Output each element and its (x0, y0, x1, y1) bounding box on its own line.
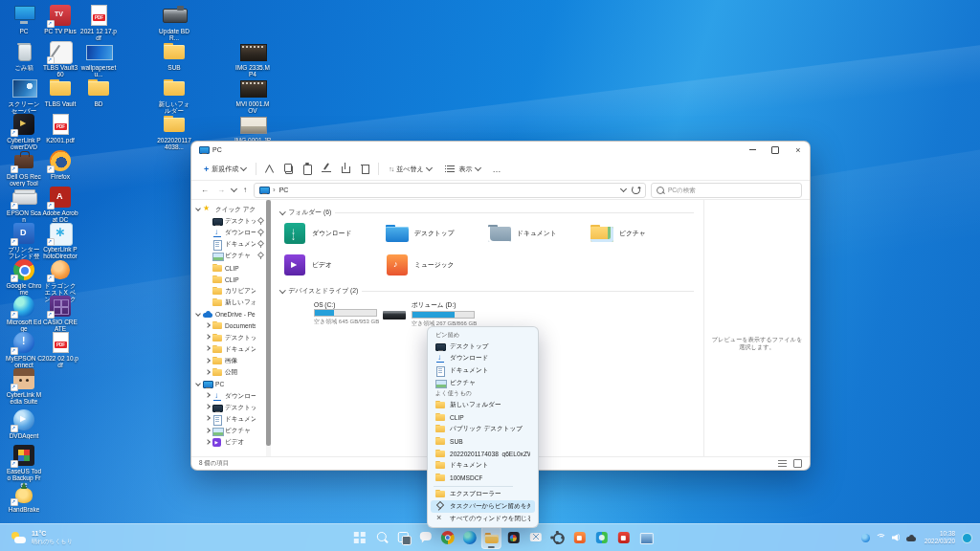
desktop-icon[interactable]: 2021 12 17.pdf (80, 4, 117, 41)
expand-chevron-icon[interactable] (205, 404, 211, 409)
minimize-button[interactable] (741, 142, 764, 158)
notification-badge[interactable] (962, 533, 972, 543)
sidebar-item[interactable]: カリビアンコム (194, 285, 265, 297)
jumplist-item-sub[interactable]: SUB (431, 435, 535, 448)
sidebar-item[interactable]: ダウンロード (194, 227, 265, 238)
expand-chevron-icon[interactable] (205, 416, 211, 422)
jumplist-item-documents[interactable]: ドキュメント (431, 364, 535, 377)
taskbar-clock[interactable]: 10:38 2022/03/20 (924, 530, 955, 545)
folders-section-header[interactable]: フォルダー (6) (280, 208, 700, 217)
jumplist-item-new-folder[interactable]: 新しいフォルダー (431, 399, 535, 411)
jumplist-item-100msdcf[interactable]: 100MSDCF (431, 472, 535, 484)
sidebar-item[interactable]: PC (194, 379, 265, 390)
start-button[interactable] (349, 526, 369, 549)
sidebar-item[interactable]: デスクトップ (194, 402, 265, 413)
sidebar-item[interactable]: CLIP (194, 262, 265, 274)
sidebar-item[interactable]: ドキュメント (194, 413, 265, 425)
desktop-icon[interactable]: Firefox (42, 149, 78, 180)
mail-button[interactable] (525, 526, 546, 549)
search-input[interactable] (668, 187, 796, 193)
sidebar-item[interactable]: ドキュメント (194, 343, 265, 355)
drive-tile[interactable]: OS (C:) 空き領域 645 GB/953 GB (282, 301, 378, 328)
running-app-thumbnail-button[interactable] (635, 526, 656, 549)
sort-button[interactable]: ↑↓ 並べ替え (386, 163, 434, 176)
jumplist-separator[interactable] (431, 484, 535, 489)
jumplist-item-desktop[interactable]: デスクトップ (431, 341, 535, 353)
edge-button[interactable] (459, 526, 479, 549)
desktop-icon[interactable]: EPSON Scan (6, 186, 42, 223)
desktop-icon[interactable]: TLBS Vault (42, 77, 78, 107)
sidebar-item[interactable]: デスクトップ (194, 215, 265, 227)
sidebar-item[interactable]: ピクチャ (194, 426, 265, 437)
pinned-app-orange-button[interactable] (569, 526, 590, 549)
rename-icon[interactable] (321, 163, 333, 175)
delete-icon[interactable] (359, 163, 371, 175)
desktop-icon[interactable]: Google Chrome (6, 258, 42, 296)
desktop-icon[interactable]: Adobe Acrobat DC (42, 186, 78, 223)
sidebar-item[interactable]: ドキュメント (194, 239, 265, 251)
expand-chevron-icon[interactable] (205, 334, 211, 340)
desktop-icon[interactable]: HandBrake (6, 482, 42, 513)
desktop-icon[interactable]: PC (6, 4, 42, 34)
large-icons-view-icon[interactable] (793, 459, 802, 468)
expand-chevron-icon[interactable] (205, 392, 211, 398)
address-breadcrumb[interactable]: › PC (254, 183, 646, 198)
sidebar-item[interactable]: 公開 (194, 367, 265, 379)
back-button[interactable]: ← (199, 186, 211, 194)
desktop-icon[interactable]: MVI 0001.MOV (234, 77, 271, 114)
sidebar-item[interactable]: OneDrive - Perso (194, 309, 265, 320)
photos-button[interactable] (503, 526, 523, 549)
collapse-chevron-icon[interactable] (279, 209, 285, 214)
desktop-icon[interactable]: CASIO CREATE (42, 295, 78, 332)
breadcrumb-location[interactable]: PC (279, 187, 289, 193)
desktop-icon[interactable]: wallpapersetu... (80, 40, 117, 77)
desktop-icon[interactable]: DVDAgent (6, 408, 42, 439)
up-button[interactable]: ↑ (241, 186, 249, 194)
refresh-icon[interactable] (632, 186, 640, 194)
jumplist-header-pinned[interactable]: ピン留め (431, 330, 535, 341)
desktop-icon[interactable]: 新しいフォルダー (156, 77, 192, 114)
jumplist-item-clip[interactable]: CLIP (431, 411, 535, 424)
collapse-chevron-icon[interactable] (279, 287, 285, 293)
jumplist-item-pictures[interactable]: ピクチャ (431, 377, 535, 389)
folder-tile[interactable]: ダウンロード (282, 222, 381, 245)
desktop-icon[interactable]: CyberLink PowerDVD (6, 113, 42, 150)
desktop-icon[interactable]: SUB (156, 40, 192, 71)
jumplist-header-frequent[interactable]: よく使うもの (431, 388, 535, 399)
expand-chevron-icon[interactable] (195, 206, 201, 211)
copy-icon[interactable] (282, 163, 295, 175)
sidebar-item[interactable]: ダウンロード (194, 390, 265, 402)
folder-tile[interactable]: ピクチャ (590, 222, 688, 245)
sidebar-item[interactable]: Documents (194, 320, 265, 332)
search-box[interactable] (651, 183, 802, 198)
jumplist-item-documents-2[interactable]: ドキュメント (431, 459, 535, 472)
desktop-icon[interactable]: TLBS Vault360 (42, 40, 78, 77)
pinned-app-red-button[interactable] (613, 526, 634, 549)
expand-chevron-icon[interactable] (205, 346, 211, 352)
expand-chevron-icon[interactable] (195, 311, 201, 317)
desktop-icon[interactable]: BD (80, 77, 117, 107)
expand-chevron-icon[interactable] (205, 428, 211, 433)
onedrive-status-icon[interactable] (906, 533, 917, 543)
jumplist-item-20220201174038[interactable]: 20220201174038_q6EL0xZW (431, 448, 535, 460)
details-view-icon[interactable] (778, 459, 787, 468)
wifi-icon[interactable] (876, 533, 886, 543)
tray-app-icon[interactable] (860, 533, 871, 543)
pinned-app-green-button[interactable] (591, 526, 612, 549)
sidebar-item[interactable]: 新しいフォルダー (194, 298, 265, 309)
volume-icon[interactable] (891, 533, 902, 543)
task-view-button[interactable] (393, 526, 413, 549)
expand-chevron-icon[interactable] (205, 369, 211, 375)
folder-tile[interactable]: ミュージック (385, 253, 483, 276)
sidebar-item[interactable]: デスクトップ (194, 332, 265, 343)
share-icon[interactable] (340, 163, 352, 175)
desktop-icon[interactable]: PC TV Plus (42, 4, 78, 34)
desktop-icon[interactable]: Dell OS Recovery Tool (6, 149, 42, 187)
desktop-icon[interactable]: ごみ箱 (6, 40, 42, 71)
new-button[interactable]: + 新規作成 (201, 163, 249, 176)
close-all-windows[interactable]: すべてのウィンドウを閉じる (431, 513, 535, 525)
expand-chevron-icon[interactable] (205, 358, 211, 364)
folder-tile[interactable]: デスクトップ (385, 222, 483, 245)
desktop-icon[interactable]: 20220201174038... (156, 113, 192, 150)
unpin-from-taskbar[interactable]: タスクバーからピン留めを外す (431, 500, 535, 513)
